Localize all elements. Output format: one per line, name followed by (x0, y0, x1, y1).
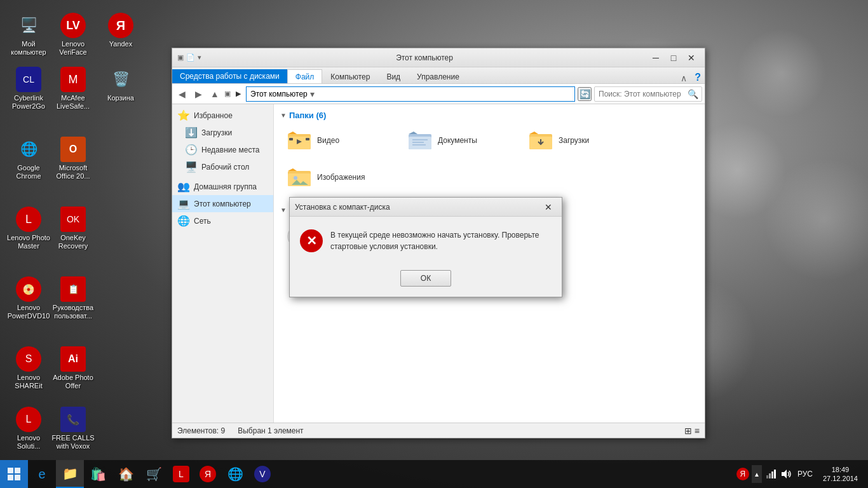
chrome-taskbar-icon: 🌐 (226, 465, 244, 483)
taskbar-yandex[interactable]: Я (194, 460, 221, 488)
svg-rect-30 (774, 470, 776, 478)
folder-icon: 📁 (61, 464, 79, 482)
dialog-message: В текущей среде невозможно начать устано… (330, 229, 552, 252)
taskbar-chrome[interactable]: 🌐 (221, 460, 249, 488)
yandex-tray-icon[interactable]: Я (736, 468, 749, 480)
svg-rect-26 (15, 475, 20, 480)
system-tray: Я ▲ РУС 18:49 27.12.2014 (731, 460, 868, 488)
taskbar-lenovo[interactable]: L (168, 460, 194, 488)
svg-rect-25 (8, 475, 13, 480)
taskbar-store[interactable]: 🛍️ (84, 460, 112, 488)
dialog: Установка с компакт-диска ✕ ✕ В текущей … (289, 197, 562, 297)
svg-rect-28 (769, 473, 771, 478)
voxox-icon: V (254, 466, 271, 482)
dialog-ok-button[interactable]: ОК (400, 270, 451, 287)
tray-expand-button[interactable]: ▲ (752, 465, 762, 483)
svg-rect-24 (15, 468, 20, 473)
error-icon: ✕ (300, 229, 323, 252)
tray-network-icon[interactable] (764, 468, 777, 480)
shop-icon: 🛒 (145, 465, 163, 483)
taskbar-voxox[interactable]: V (249, 460, 276, 488)
dialog-content: ✕ В текущей среде невозможно начать уста… (290, 217, 562, 265)
taskbar-ie[interactable]: e (28, 460, 56, 488)
dialog-close-button[interactable]: ✕ (540, 201, 557, 214)
clock[interactable]: 18:49 27.12.2014 (818, 465, 863, 484)
svg-marker-31 (782, 470, 787, 478)
dialog-titlebar: Установка с компакт-диска ✕ (290, 198, 562, 217)
dialog-title: Установка с компакт-диска (295, 203, 540, 212)
svg-rect-29 (771, 471, 773, 478)
dialog-buttons: ОК (290, 265, 562, 297)
desktop: 🖥️ Мой компьютер LV Lenovo VeriFace Я Ya… (0, 0, 868, 488)
language-indicator[interactable]: РУС (795, 470, 815, 478)
taskbar-home[interactable]: 🏠 (112, 460, 140, 488)
dialog-overlay: Установка с компакт-диска ✕ ✕ В текущей … (0, 0, 868, 488)
taskbar-shop[interactable]: 🛒 (140, 460, 168, 488)
ie-icon: e (33, 465, 51, 483)
taskbar: e 📁 🛍️ 🏠 🛒 L Я 🌐 V (0, 460, 868, 488)
start-button[interactable] (0, 460, 28, 488)
taskbar-explorer[interactable]: 📁 (56, 460, 84, 488)
home-icon: 🏠 (117, 465, 135, 483)
taskbar-pinned: e 📁 🛍️ 🏠 🛒 L Я 🌐 V (28, 460, 731, 488)
svg-rect-27 (766, 475, 768, 478)
yandex-taskbar-icon: Я (200, 466, 216, 482)
lenovo-icon: L (173, 466, 189, 482)
windows-logo-icon (7, 467, 21, 481)
store-icon: 🛍️ (89, 465, 107, 483)
svg-rect-23 (8, 468, 13, 473)
tray-volume-icon[interactable] (780, 468, 792, 480)
